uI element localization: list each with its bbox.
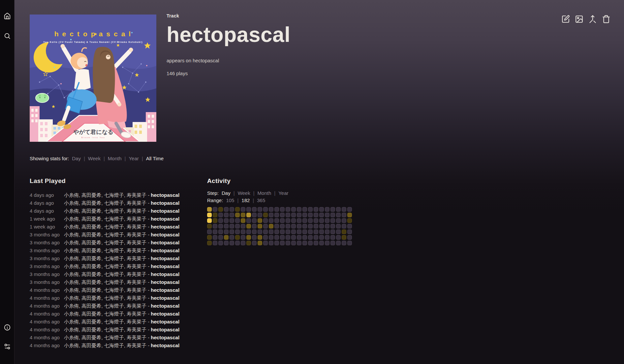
- heatmap-cell[interactable]: [347, 235, 352, 240]
- heatmap-cell[interactable]: [325, 213, 329, 217]
- heatmap-cell[interactable]: [213, 241, 217, 245]
- scrobble-track[interactable]: hectopascal: [151, 271, 179, 277]
- heatmap-cell[interactable]: [241, 235, 245, 240]
- option-day[interactable]: Day: [222, 190, 231, 196]
- heatmap-cell[interactable]: [269, 229, 273, 234]
- heatmap-cell[interactable]: [280, 224, 285, 228]
- scrobble-artists[interactable]: 小糸侑, 高田憂希, 七海燈子, 寿美菜子: [64, 311, 146, 317]
- scrobble-track[interactable]: hectopascal: [151, 248, 179, 253]
- scrobble-artists[interactable]: 小糸侑, 高田憂希, 七海燈子, 寿美菜子: [64, 263, 146, 269]
- heatmap-cell[interactable]: [207, 241, 212, 245]
- heatmap-cell[interactable]: [330, 213, 335, 217]
- heatmap-cell[interactable]: [342, 218, 346, 223]
- scrobble-track[interactable]: hectopascal: [151, 295, 179, 301]
- heatmap-cell[interactable]: [325, 241, 329, 245]
- heatmap-cell[interactable]: [297, 213, 301, 217]
- heatmap-cell[interactable]: [347, 213, 352, 217]
- heatmap-cell[interactable]: [269, 235, 273, 240]
- heatmap-cell[interactable]: [319, 218, 324, 223]
- option-month[interactable]: Month: [108, 156, 122, 161]
- scrobble-track[interactable]: hectopascal: [151, 224, 179, 229]
- heatmap-cell[interactable]: [246, 218, 251, 223]
- heatmap-cell[interactable]: [246, 207, 251, 212]
- option-182[interactable]: 182: [241, 197, 250, 203]
- heatmap-cell[interactable]: [280, 213, 285, 217]
- heatmap-cell[interactable]: [241, 241, 245, 245]
- heatmap-cell[interactable]: [274, 241, 279, 245]
- heatmap-cell[interactable]: [230, 207, 234, 212]
- heatmap-cell[interactable]: [325, 224, 329, 228]
- scrobble-track[interactable]: hectopascal: [151, 208, 179, 214]
- heatmap-cell[interactable]: [297, 229, 301, 234]
- delete-button[interactable]: [602, 15, 611, 24]
- heatmap-cell[interactable]: [336, 229, 341, 234]
- option-105[interactable]: 105: [226, 197, 234, 203]
- heatmap-cell[interactable]: [263, 218, 268, 223]
- scrobble-artists[interactable]: 小糸侑, 高田憂希, 七海燈子, 寿美菜子: [64, 343, 146, 348]
- option-week[interactable]: Week: [238, 190, 250, 196]
- scrobble-artists[interactable]: 小糸侑, 高田憂希, 七海燈子, 寿美菜子: [64, 224, 146, 229]
- heatmap-cell[interactable]: [218, 229, 223, 234]
- appears-on-text[interactable]: appears on hectopascal: [167, 58, 290, 63]
- heatmap-cell[interactable]: [314, 229, 318, 234]
- heatmap-cell[interactable]: [325, 218, 329, 223]
- scrobble-artists[interactable]: 小糸侑, 高田憂希, 七海燈子, 寿美菜子: [64, 271, 146, 277]
- heatmap-cell[interactable]: [241, 224, 245, 228]
- heatmap-cell[interactable]: [252, 213, 257, 217]
- scrobble-track[interactable]: hectopascal: [151, 200, 179, 206]
- heatmap-cell[interactable]: [302, 235, 307, 240]
- heatmap-cell[interactable]: [302, 241, 307, 245]
- heatmap-cell[interactable]: [207, 218, 212, 223]
- heatmap-cell[interactable]: [246, 241, 251, 245]
- heatmap-cell[interactable]: [235, 207, 240, 212]
- option-365[interactable]: 365: [257, 197, 265, 203]
- heatmap-cell[interactable]: [319, 224, 324, 228]
- edit-button[interactable]: [561, 15, 570, 24]
- scrobble-artists[interactable]: 小糸侑, 高田憂希, 七海燈子, 寿美菜子: [64, 287, 146, 293]
- heatmap-cell[interactable]: [286, 218, 290, 223]
- heatmap-cell[interactable]: [297, 224, 301, 228]
- scrobble-track[interactable]: hectopascal: [151, 311, 179, 317]
- scrobble-track[interactable]: hectopascal: [151, 303, 179, 309]
- heatmap-cell[interactable]: [218, 213, 223, 217]
- heatmap-cell[interactable]: [230, 213, 234, 217]
- scrobble-artists[interactable]: 小糸侑, 高田憂希, 七海燈子, 寿美菜子: [64, 192, 146, 198]
- heatmap-cell[interactable]: [241, 229, 245, 234]
- heatmap-cell[interactable]: [347, 229, 352, 234]
- heatmap-cell[interactable]: [314, 224, 318, 228]
- heatmap-cell[interactable]: [263, 235, 268, 240]
- heatmap-cell[interactable]: [241, 218, 245, 223]
- heatmap-cell[interactable]: [342, 235, 346, 240]
- heatmap-cell[interactable]: [258, 207, 262, 212]
- heatmap-cell[interactable]: [308, 241, 313, 245]
- heatmap-cell[interactable]: [280, 241, 285, 245]
- scrobble-artists[interactable]: 小糸侑, 高田憂希, 七海燈子, 寿美菜子: [64, 319, 146, 324]
- scrobble-artists[interactable]: 小糸侑, 高田憂希, 七海燈子, 寿美菜子: [64, 216, 146, 222]
- heatmap-cell[interactable]: [230, 235, 234, 240]
- heatmap-cell[interactable]: [347, 218, 352, 223]
- scrobble-track[interactable]: hectopascal: [151, 263, 179, 269]
- heatmap-cell[interactable]: [241, 213, 245, 217]
- option-month[interactable]: Month: [258, 190, 271, 196]
- heatmap-cell[interactable]: [269, 224, 273, 228]
- heatmap-cell[interactable]: [286, 207, 290, 212]
- option-year[interactable]: Year: [129, 156, 139, 161]
- search-button[interactable]: [3, 32, 12, 40]
- heatmap-cell[interactable]: [213, 207, 217, 212]
- heatmap-cell[interactable]: [280, 235, 285, 240]
- heatmap-cell[interactable]: [269, 241, 273, 245]
- scrobble-artists[interactable]: 小糸侑, 高田憂希, 七海燈子, 寿美菜子: [64, 200, 146, 206]
- heatmap-cell[interactable]: [235, 224, 240, 228]
- heatmap-cell[interactable]: [213, 235, 217, 240]
- option-week[interactable]: Week: [88, 156, 101, 161]
- heatmap-cell[interactable]: [336, 235, 341, 240]
- heatmap-cell[interactable]: [342, 207, 346, 212]
- heatmap-cell[interactable]: [302, 224, 307, 228]
- heatmap-cell[interactable]: [291, 218, 296, 223]
- image-button[interactable]: [575, 15, 584, 24]
- heatmap-cell[interactable]: [213, 213, 217, 217]
- heatmap-cell[interactable]: [291, 213, 296, 217]
- scrobble-artists[interactable]: 小糸侑, 高田憂希, 七海燈子, 寿美菜子: [64, 335, 146, 340]
- settings-button[interactable]: [3, 342, 12, 351]
- heatmap-cell[interactable]: [252, 224, 257, 228]
